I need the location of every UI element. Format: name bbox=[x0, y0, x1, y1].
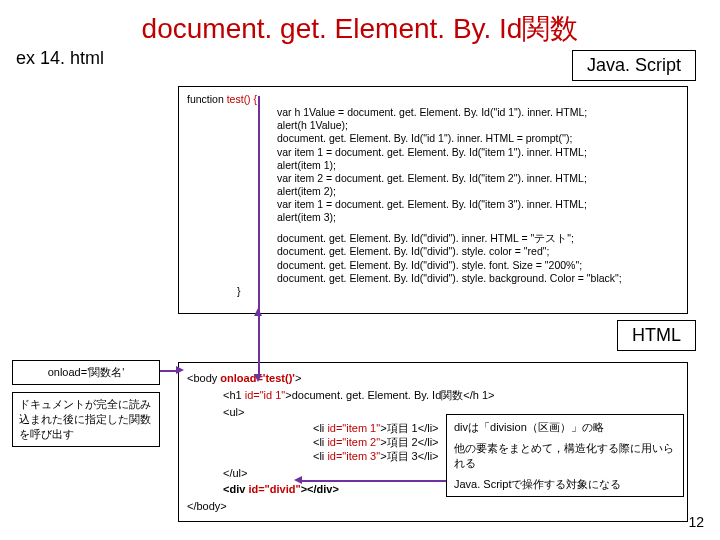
code-line: document. get. Element. By. Id("id 1"). … bbox=[187, 132, 679, 145]
flow-arrow bbox=[300, 480, 446, 482]
arrow-head-icon bbox=[254, 308, 262, 316]
code-line: var item 1 = document. get. Element. By.… bbox=[187, 146, 679, 159]
javascript-label-box: Java. Script bbox=[572, 50, 696, 81]
code-line: <h1 id="id 1">document. get. Element. By… bbox=[187, 389, 679, 403]
code-line: </body> bbox=[187, 500, 679, 514]
div-note-box: divは「division（区画）」の略 他の要素をまとめて，構造化する際に用い… bbox=[446, 414, 684, 497]
code-line: document. get. Element. By. Id("divid").… bbox=[187, 245, 679, 258]
javascript-code-box: function test() { var h 1Value = documen… bbox=[178, 86, 688, 314]
note-line: divは「division（区画）」の略 bbox=[454, 420, 676, 435]
html-label-box: HTML bbox=[617, 320, 696, 351]
slide-title: document. get. Element. By. Id関数 bbox=[12, 10, 708, 48]
onload-desc-box: ドキュメントが完全に読み込まれた後に指定した関数を呼び出す bbox=[12, 392, 160, 447]
code-line: document. get. Element. By. Id("divid").… bbox=[187, 272, 679, 285]
arrow-head-icon bbox=[294, 476, 302, 484]
flow-arrow bbox=[160, 370, 162, 372]
code-text: test() { bbox=[227, 93, 257, 105]
code-line: var item 1 = document. get. Element. By.… bbox=[187, 198, 679, 211]
onload-note-box: onload='関数名' bbox=[12, 360, 160, 385]
code-line: var h 1Value = document. get. Element. B… bbox=[187, 106, 679, 119]
code-line: alert(item 2); bbox=[187, 185, 679, 198]
code-line: document. get. Element. By. Id("divid").… bbox=[187, 259, 679, 272]
code-line: alert(h 1Value); bbox=[187, 119, 679, 132]
note-line: 他の要素をまとめて，構造化する際に用いられる bbox=[454, 441, 676, 471]
arrow-head-icon bbox=[176, 366, 184, 374]
code-line: var item 2 = document. get. Element. By.… bbox=[187, 172, 679, 185]
code-line: document. get. Element. By. Id("divid").… bbox=[187, 232, 679, 245]
code-text: } bbox=[187, 285, 241, 297]
note-line: Java. Scriptで操作する対象になる bbox=[454, 477, 676, 492]
code-line: alert(item 3); bbox=[187, 211, 679, 224]
filename-label: ex 14. html bbox=[16, 48, 104, 69]
page-number: 12 bbox=[688, 514, 704, 530]
code-text: function bbox=[187, 93, 224, 105]
flow-arrow bbox=[258, 314, 260, 364]
arrow-head-icon bbox=[254, 374, 262, 382]
code-line: alert(item 1); bbox=[187, 159, 679, 172]
